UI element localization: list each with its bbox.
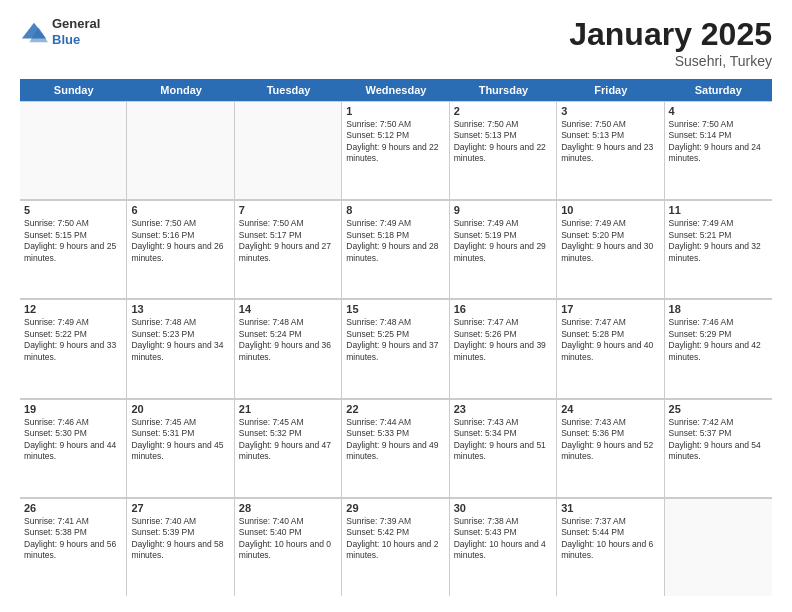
- cal-day-empty-0-2: [235, 102, 342, 199]
- cal-header-saturday: Saturday: [665, 79, 772, 101]
- cal-day-26: 26Sunrise: 7:41 AM Sunset: 5:38 PM Dayli…: [20, 499, 127, 596]
- day-number: 24: [561, 403, 659, 415]
- day-info: Sunrise: 7:49 AM Sunset: 5:22 PM Dayligh…: [24, 317, 122, 363]
- day-info: Sunrise: 7:44 AM Sunset: 5:33 PM Dayligh…: [346, 417, 444, 463]
- cal-day-empty-4-6: [665, 499, 772, 596]
- day-info: Sunrise: 7:47 AM Sunset: 5:28 PM Dayligh…: [561, 317, 659, 363]
- day-number: 29: [346, 502, 444, 514]
- day-number: 21: [239, 403, 337, 415]
- day-number: 23: [454, 403, 552, 415]
- day-number: 9: [454, 204, 552, 216]
- cal-day-5: 5Sunrise: 7:50 AM Sunset: 5:15 PM Daylig…: [20, 201, 127, 298]
- day-number: 27: [131, 502, 229, 514]
- cal-header-wednesday: Wednesday: [342, 79, 449, 101]
- day-number: 25: [669, 403, 768, 415]
- day-info: Sunrise: 7:50 AM Sunset: 5:17 PM Dayligh…: [239, 218, 337, 264]
- day-info: Sunrise: 7:49 AM Sunset: 5:18 PM Dayligh…: [346, 218, 444, 264]
- cal-day-28: 28Sunrise: 7:40 AM Sunset: 5:40 PM Dayli…: [235, 499, 342, 596]
- day-info: Sunrise: 7:49 AM Sunset: 5:19 PM Dayligh…: [454, 218, 552, 264]
- day-number: 20: [131, 403, 229, 415]
- cal-week-1: 1Sunrise: 7:50 AM Sunset: 5:12 PM Daylig…: [20, 101, 772, 200]
- day-info: Sunrise: 7:50 AM Sunset: 5:13 PM Dayligh…: [561, 119, 659, 165]
- cal-day-27: 27Sunrise: 7:40 AM Sunset: 5:39 PM Dayli…: [127, 499, 234, 596]
- day-info: Sunrise: 7:45 AM Sunset: 5:32 PM Dayligh…: [239, 417, 337, 463]
- day-number: 1: [346, 105, 444, 117]
- day-info: Sunrise: 7:40 AM Sunset: 5:39 PM Dayligh…: [131, 516, 229, 562]
- cal-day-14: 14Sunrise: 7:48 AM Sunset: 5:24 PM Dayli…: [235, 300, 342, 397]
- cal-header-sunday: Sunday: [20, 79, 127, 101]
- cal-week-2: 5Sunrise: 7:50 AM Sunset: 5:15 PM Daylig…: [20, 200, 772, 299]
- cal-day-25: 25Sunrise: 7:42 AM Sunset: 5:37 PM Dayli…: [665, 400, 772, 497]
- cal-day-7: 7Sunrise: 7:50 AM Sunset: 5:17 PM Daylig…: [235, 201, 342, 298]
- cal-day-empty-0-0: [20, 102, 127, 199]
- cal-day-21: 21Sunrise: 7:45 AM Sunset: 5:32 PM Dayli…: [235, 400, 342, 497]
- day-number: 22: [346, 403, 444, 415]
- cal-header-friday: Friday: [557, 79, 664, 101]
- cal-day-empty-0-1: [127, 102, 234, 199]
- page: General Blue January 2025 Susehri, Turke…: [0, 0, 792, 612]
- cal-day-24: 24Sunrise: 7:43 AM Sunset: 5:36 PM Dayli…: [557, 400, 664, 497]
- day-info: Sunrise: 7:42 AM Sunset: 5:37 PM Dayligh…: [669, 417, 768, 463]
- day-number: 11: [669, 204, 768, 216]
- day-number: 28: [239, 502, 337, 514]
- logo: General Blue: [20, 16, 100, 47]
- cal-header-tuesday: Tuesday: [235, 79, 342, 101]
- title-location: Susehri, Turkey: [569, 53, 772, 69]
- cal-day-12: 12Sunrise: 7:49 AM Sunset: 5:22 PM Dayli…: [20, 300, 127, 397]
- cal-day-29: 29Sunrise: 7:39 AM Sunset: 5:42 PM Dayli…: [342, 499, 449, 596]
- day-number: 2: [454, 105, 552, 117]
- day-number: 30: [454, 502, 552, 514]
- day-info: Sunrise: 7:46 AM Sunset: 5:30 PM Dayligh…: [24, 417, 122, 463]
- cal-day-2: 2Sunrise: 7:50 AM Sunset: 5:13 PM Daylig…: [450, 102, 557, 199]
- day-info: Sunrise: 7:50 AM Sunset: 5:16 PM Dayligh…: [131, 218, 229, 264]
- day-info: Sunrise: 7:48 AM Sunset: 5:24 PM Dayligh…: [239, 317, 337, 363]
- cal-day-15: 15Sunrise: 7:48 AM Sunset: 5:25 PM Dayli…: [342, 300, 449, 397]
- day-info: Sunrise: 7:50 AM Sunset: 5:14 PM Dayligh…: [669, 119, 768, 165]
- day-info: Sunrise: 7:49 AM Sunset: 5:20 PM Dayligh…: [561, 218, 659, 264]
- day-number: 7: [239, 204, 337, 216]
- cal-week-5: 26Sunrise: 7:41 AM Sunset: 5:38 PM Dayli…: [20, 498, 772, 596]
- day-info: Sunrise: 7:50 AM Sunset: 5:13 PM Dayligh…: [454, 119, 552, 165]
- calendar-body: 1Sunrise: 7:50 AM Sunset: 5:12 PM Daylig…: [20, 101, 772, 596]
- day-info: Sunrise: 7:48 AM Sunset: 5:23 PM Dayligh…: [131, 317, 229, 363]
- cal-week-3: 12Sunrise: 7:49 AM Sunset: 5:22 PM Dayli…: [20, 299, 772, 398]
- day-number: 18: [669, 303, 768, 315]
- day-info: Sunrise: 7:37 AM Sunset: 5:44 PM Dayligh…: [561, 516, 659, 562]
- cal-day-23: 23Sunrise: 7:43 AM Sunset: 5:34 PM Dayli…: [450, 400, 557, 497]
- cal-day-1: 1Sunrise: 7:50 AM Sunset: 5:12 PM Daylig…: [342, 102, 449, 199]
- day-number: 17: [561, 303, 659, 315]
- day-info: Sunrise: 7:47 AM Sunset: 5:26 PM Dayligh…: [454, 317, 552, 363]
- day-number: 5: [24, 204, 122, 216]
- day-info: Sunrise: 7:38 AM Sunset: 5:43 PM Dayligh…: [454, 516, 552, 562]
- day-info: Sunrise: 7:40 AM Sunset: 5:40 PM Dayligh…: [239, 516, 337, 562]
- header: General Blue January 2025 Susehri, Turke…: [20, 16, 772, 69]
- cal-day-20: 20Sunrise: 7:45 AM Sunset: 5:31 PM Dayli…: [127, 400, 234, 497]
- day-number: 10: [561, 204, 659, 216]
- cal-day-13: 13Sunrise: 7:48 AM Sunset: 5:23 PM Dayli…: [127, 300, 234, 397]
- day-number: 8: [346, 204, 444, 216]
- cal-day-11: 11Sunrise: 7:49 AM Sunset: 5:21 PM Dayli…: [665, 201, 772, 298]
- cal-day-22: 22Sunrise: 7:44 AM Sunset: 5:33 PM Dayli…: [342, 400, 449, 497]
- cal-day-16: 16Sunrise: 7:47 AM Sunset: 5:26 PM Dayli…: [450, 300, 557, 397]
- day-number: 14: [239, 303, 337, 315]
- cal-day-9: 9Sunrise: 7:49 AM Sunset: 5:19 PM Daylig…: [450, 201, 557, 298]
- cal-day-19: 19Sunrise: 7:46 AM Sunset: 5:30 PM Dayli…: [20, 400, 127, 497]
- calendar: SundayMondayTuesdayWednesdayThursdayFrid…: [20, 79, 772, 596]
- day-info: Sunrise: 7:45 AM Sunset: 5:31 PM Dayligh…: [131, 417, 229, 463]
- cal-day-17: 17Sunrise: 7:47 AM Sunset: 5:28 PM Dayli…: [557, 300, 664, 397]
- day-number: 3: [561, 105, 659, 117]
- day-info: Sunrise: 7:41 AM Sunset: 5:38 PM Dayligh…: [24, 516, 122, 562]
- day-info: Sunrise: 7:46 AM Sunset: 5:29 PM Dayligh…: [669, 317, 768, 363]
- cal-week-4: 19Sunrise: 7:46 AM Sunset: 5:30 PM Dayli…: [20, 399, 772, 498]
- day-number: 16: [454, 303, 552, 315]
- day-info: Sunrise: 7:43 AM Sunset: 5:36 PM Dayligh…: [561, 417, 659, 463]
- day-number: 19: [24, 403, 122, 415]
- day-number: 4: [669, 105, 768, 117]
- day-number: 15: [346, 303, 444, 315]
- cal-day-4: 4Sunrise: 7:50 AM Sunset: 5:14 PM Daylig…: [665, 102, 772, 199]
- day-info: Sunrise: 7:50 AM Sunset: 5:12 PM Dayligh…: [346, 119, 444, 165]
- cal-day-6: 6Sunrise: 7:50 AM Sunset: 5:16 PM Daylig…: [127, 201, 234, 298]
- day-number: 31: [561, 502, 659, 514]
- day-info: Sunrise: 7:48 AM Sunset: 5:25 PM Dayligh…: [346, 317, 444, 363]
- logo-general: General: [52, 16, 100, 32]
